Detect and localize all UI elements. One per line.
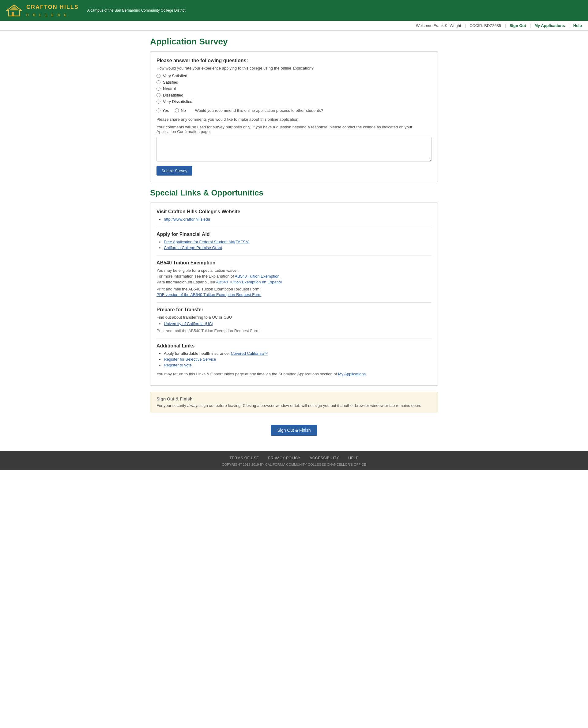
- svg-rect-2: [12, 12, 14, 16]
- uc-list-item: University of California (UC): [164, 321, 432, 326]
- college-website-section: Visit Crafton Hills College's Website ht…: [156, 209, 432, 222]
- college-website-link[interactable]: http://www.craftonhills.edu: [164, 217, 210, 222]
- radio-very-dissatisfied-label: Very Dissatisfied: [163, 99, 192, 104]
- return-my-applications-link[interactable]: My Applications: [338, 372, 366, 376]
- cccid-text: CCCID: BDZ2685: [469, 23, 501, 28]
- welcome-text: Welcome Frank K. Wright: [416, 23, 461, 28]
- radio-very-satisfied-input[interactable]: [156, 74, 161, 78]
- separator-2: |: [505, 23, 506, 28]
- radio-yes[interactable]: Yes: [156, 108, 169, 113]
- college-website-list-item: http://www.craftonhills.edu: [164, 217, 432, 222]
- ccpg-list-item: California College Promise Grant: [164, 245, 432, 250]
- covered-california-link[interactable]: Covered California™: [231, 351, 268, 356]
- footer: TERMS OF USE PRIVACY POLICY ACCESSIBILIT…: [0, 451, 588, 470]
- covered-ca-prefix: Apply for affordable health insurance:: [164, 351, 231, 356]
- radio-very-satisfied[interactable]: Very Satisfied: [156, 74, 432, 78]
- financial-aid-heading: Apply for Financial Aid: [156, 231, 432, 237]
- radio-no-input[interactable]: [175, 108, 179, 113]
- radio-satisfied-input[interactable]: [156, 80, 161, 84]
- additional-links-section: Additional Links Apply for affordable he…: [156, 343, 432, 367]
- footer-help-link[interactable]: HELP: [348, 456, 358, 460]
- sign-out-finish-button[interactable]: Sign Out & Finish: [271, 425, 318, 436]
- radio-very-dissatisfied[interactable]: Very Dissatisfied: [156, 99, 432, 104]
- rating-question: How would you rate your experience apply…: [156, 66, 432, 70]
- fafsa-link[interactable]: Free Application for Federal Student Aid…: [164, 240, 250, 244]
- page-title: Application Survey: [150, 37, 438, 46]
- footer-accessibility-link[interactable]: ACCESSIBILITY: [310, 456, 339, 460]
- uc-link[interactable]: University of California (UC): [164, 321, 213, 326]
- ab540-exemption-link[interactable]: AB540 Tuition Exemption: [235, 274, 280, 279]
- radio-very-satisfied-label: Very Satisfied: [163, 74, 187, 78]
- separator-1: |: [465, 23, 466, 28]
- radio-dissatisfied[interactable]: Dissatisfied: [156, 93, 432, 97]
- radio-yes-label: Yes: [162, 108, 169, 113]
- radio-neutral-input[interactable]: [156, 87, 161, 91]
- return-note-suffix: .: [366, 372, 367, 376]
- fafsa-list-item: Free Application for Federal Student Aid…: [164, 240, 432, 244]
- ab540-line1: You may be eligible for a special tuitio…: [156, 268, 432, 273]
- tagline-text: A campus of the San Bernardino Community…: [87, 8, 186, 13]
- divider-3: [156, 302, 432, 303]
- signout-warning-card: Sign Out & Finish For your security alwa…: [150, 392, 438, 412]
- help-link[interactable]: Help: [573, 23, 582, 28]
- california-college-promise-grant-link[interactable]: California College Promise Grant: [164, 245, 222, 250]
- ab540-line2-prefix: For more information see the Explanation…: [156, 274, 235, 279]
- register-selective-service-link[interactable]: Register for Selective Service: [164, 357, 216, 362]
- transfer-trailing: Print and mail the AB540 Tuition Exempti…: [156, 328, 432, 333]
- radio-neutral-label: Neutral: [163, 86, 176, 91]
- register-vote-list-item: Register to vote: [164, 363, 432, 367]
- financial-aid-list: Free Application for Federal Student Aid…: [156, 240, 432, 250]
- rating-radio-group: Very Satisfied Satisfied Neutral Dissati…: [156, 74, 432, 104]
- survey-heading: Please answer the following questions:: [156, 58, 432, 63]
- ab540-line2: For more information see the Explanation…: [156, 274, 432, 279]
- footer-links: TERMS OF USE PRIVACY POLICY ACCESSIBILIT…: [6, 456, 582, 460]
- return-note-prefix: You may return to this Links & Opportuni…: [156, 372, 338, 376]
- transfer-list: University of California (UC): [156, 321, 432, 326]
- nav-bar: Welcome Frank K. Wright | CCCID: BDZ2685…: [0, 21, 588, 31]
- comments-sub-text: Your comments will be used for survey pu…: [156, 125, 432, 134]
- comments-label: Please share any comments you would like…: [156, 117, 432, 122]
- additional-links-heading: Additional Links: [156, 343, 432, 349]
- radio-satisfied-label: Satisfied: [163, 80, 178, 85]
- college-website-list: http://www.craftonhills.edu: [156, 217, 432, 222]
- radio-dissatisfied-input[interactable]: [156, 93, 161, 97]
- ab540-section: AB540 Tuition Exemption You may be eligi…: [156, 260, 432, 297]
- separator-4: |: [568, 23, 569, 28]
- sign-out-link[interactable]: Sign Out: [510, 23, 526, 28]
- submit-survey-button[interactable]: Submit Survey: [156, 166, 192, 176]
- radio-satisfied[interactable]: Satisfied: [156, 80, 432, 85]
- footer-privacy-link[interactable]: PRIVACY POLICY: [268, 456, 300, 460]
- radio-neutral[interactable]: Neutral: [156, 86, 432, 91]
- recommend-group: Yes No Would you recommend this online a…: [156, 108, 432, 113]
- logo-main-text: CRAFTON HILLS C O L L E G E: [26, 3, 79, 18]
- special-links-card: Visit Crafton Hills College's Website ht…: [150, 203, 438, 386]
- special-links-title: Special Links & Opportunities: [150, 188, 438, 198]
- divider-2: [156, 256, 432, 256]
- transfer-text: Find out about transferring to a UC or C…: [156, 315, 432, 320]
- signout-card-heading: Sign Out & Finish: [156, 397, 432, 401]
- radio-very-dissatisfied-input[interactable]: [156, 100, 161, 104]
- ab540-heading: AB540 Tuition Exemption: [156, 260, 432, 266]
- top-header: CRAFTON HILLS C O L L E G E A campus of …: [0, 0, 588, 21]
- radio-dissatisfied-label: Dissatisfied: [163, 93, 183, 97]
- radio-no-label: No: [181, 108, 186, 113]
- register-to-vote-link[interactable]: Register to vote: [164, 363, 192, 367]
- recommend-question-text: Would you recommend this online applicat…: [195, 108, 323, 113]
- radio-yes-input[interactable]: [156, 108, 161, 113]
- footer-terms-link[interactable]: TERMS OF USE: [229, 456, 259, 460]
- ab540-line3: Para informacion en Español, lea AB540 T…: [156, 280, 432, 284]
- divider-4: [156, 339, 432, 339]
- covered-ca-list-item: Apply for affordable health insurance: C…: [164, 351, 432, 356]
- crafton-hills-logo-icon: [6, 4, 22, 17]
- main-content: Application Survey Please answer the fol…: [144, 37, 444, 445]
- college-website-heading: Visit Crafton Hills College's Website: [156, 209, 432, 215]
- ab540-line3-prefix: Para informacion en Español, lea: [156, 280, 216, 284]
- footer-copyright: COPYRIGHT 2012-2019 BY CALIFORNIA COMMUN…: [6, 463, 582, 466]
- signout-btn-container: Sign Out & Finish: [150, 419, 438, 445]
- ab540-pdf-link[interactable]: PDF version of the AB540 Tuition Exempti…: [156, 292, 261, 297]
- ab540-form-label: Print and mail the AB540 Tuition Exempti…: [156, 287, 432, 291]
- comments-textarea[interactable]: [156, 137, 432, 161]
- my-applications-link[interactable]: My Applications: [534, 23, 565, 28]
- radio-no[interactable]: No: [175, 108, 186, 113]
- ab540-espanol-link[interactable]: AB540 Tuition Exemption en Español: [216, 280, 282, 284]
